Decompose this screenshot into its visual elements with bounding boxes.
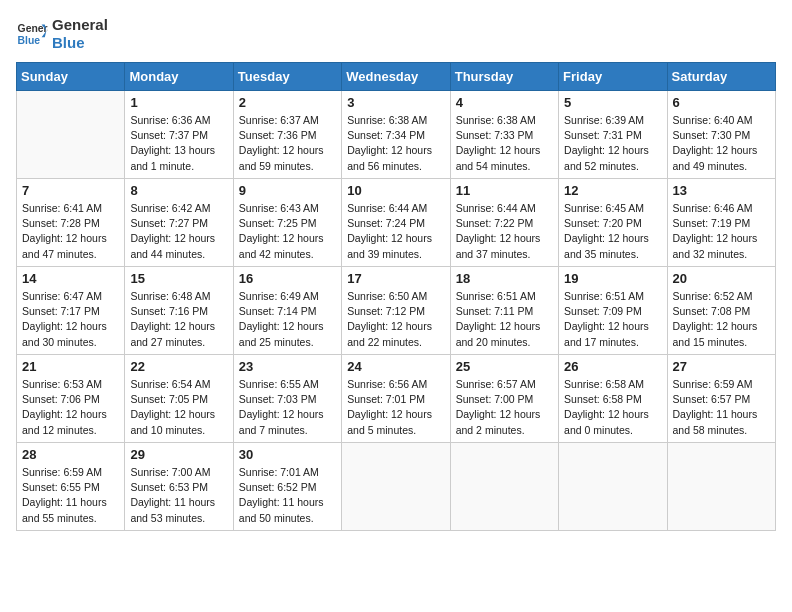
calendar-cell: 4Sunrise: 6:38 AM Sunset: 7:33 PM Daylig… (450, 91, 558, 179)
day-info: Sunrise: 7:01 AM Sunset: 6:52 PM Dayligh… (239, 465, 336, 526)
calendar-week-1: 1Sunrise: 6:36 AM Sunset: 7:37 PM Daylig… (17, 91, 776, 179)
day-number: 15 (130, 271, 227, 286)
calendar-cell: 13Sunrise: 6:46 AM Sunset: 7:19 PM Dayli… (667, 179, 775, 267)
calendar-cell: 25Sunrise: 6:57 AM Sunset: 7:00 PM Dayli… (450, 355, 558, 443)
day-info: Sunrise: 6:59 AM Sunset: 6:55 PM Dayligh… (22, 465, 119, 526)
calendar-cell: 26Sunrise: 6:58 AM Sunset: 6:58 PM Dayli… (559, 355, 667, 443)
day-info: Sunrise: 6:48 AM Sunset: 7:16 PM Dayligh… (130, 289, 227, 350)
logo: General Blue General Blue (16, 16, 108, 52)
day-info: Sunrise: 6:57 AM Sunset: 7:00 PM Dayligh… (456, 377, 553, 438)
day-number: 10 (347, 183, 444, 198)
calendar-cell: 28Sunrise: 6:59 AM Sunset: 6:55 PM Dayli… (17, 443, 125, 531)
calendar-cell: 18Sunrise: 6:51 AM Sunset: 7:11 PM Dayli… (450, 267, 558, 355)
day-number: 20 (673, 271, 770, 286)
day-number: 26 (564, 359, 661, 374)
day-number: 4 (456, 95, 553, 110)
calendar-cell (342, 443, 450, 531)
calendar-week-4: 21Sunrise: 6:53 AM Sunset: 7:06 PM Dayli… (17, 355, 776, 443)
day-info: Sunrise: 7:00 AM Sunset: 6:53 PM Dayligh… (130, 465, 227, 526)
calendar-cell: 12Sunrise: 6:45 AM Sunset: 7:20 PM Dayli… (559, 179, 667, 267)
day-number: 11 (456, 183, 553, 198)
day-info: Sunrise: 6:44 AM Sunset: 7:24 PM Dayligh… (347, 201, 444, 262)
calendar-cell: 11Sunrise: 6:44 AM Sunset: 7:22 PM Dayli… (450, 179, 558, 267)
day-info: Sunrise: 6:44 AM Sunset: 7:22 PM Dayligh… (456, 201, 553, 262)
day-number: 7 (22, 183, 119, 198)
day-number: 18 (456, 271, 553, 286)
day-info: Sunrise: 6:45 AM Sunset: 7:20 PM Dayligh… (564, 201, 661, 262)
day-info: Sunrise: 6:37 AM Sunset: 7:36 PM Dayligh… (239, 113, 336, 174)
day-info: Sunrise: 6:47 AM Sunset: 7:17 PM Dayligh… (22, 289, 119, 350)
calendar-cell: 16Sunrise: 6:49 AM Sunset: 7:14 PM Dayli… (233, 267, 341, 355)
calendar-cell: 8Sunrise: 6:42 AM Sunset: 7:27 PM Daylig… (125, 179, 233, 267)
calendar-cell: 20Sunrise: 6:52 AM Sunset: 7:08 PM Dayli… (667, 267, 775, 355)
calendar-cell: 9Sunrise: 6:43 AM Sunset: 7:25 PM Daylig… (233, 179, 341, 267)
calendar-cell (450, 443, 558, 531)
day-number: 23 (239, 359, 336, 374)
weekday-header-monday: Monday (125, 63, 233, 91)
day-number: 29 (130, 447, 227, 462)
day-number: 14 (22, 271, 119, 286)
weekday-header-tuesday: Tuesday (233, 63, 341, 91)
day-info: Sunrise: 6:36 AM Sunset: 7:37 PM Dayligh… (130, 113, 227, 174)
day-number: 12 (564, 183, 661, 198)
calendar-cell: 27Sunrise: 6:59 AM Sunset: 6:57 PM Dayli… (667, 355, 775, 443)
calendar-cell: 30Sunrise: 7:01 AM Sunset: 6:52 PM Dayli… (233, 443, 341, 531)
calendar-week-2: 7Sunrise: 6:41 AM Sunset: 7:28 PM Daylig… (17, 179, 776, 267)
calendar-cell: 5Sunrise: 6:39 AM Sunset: 7:31 PM Daylig… (559, 91, 667, 179)
calendar-cell: 17Sunrise: 6:50 AM Sunset: 7:12 PM Dayli… (342, 267, 450, 355)
calendar-cell: 14Sunrise: 6:47 AM Sunset: 7:17 PM Dayli… (17, 267, 125, 355)
calendar-cell (667, 443, 775, 531)
calendar-cell: 23Sunrise: 6:55 AM Sunset: 7:03 PM Dayli… (233, 355, 341, 443)
day-info: Sunrise: 6:49 AM Sunset: 7:14 PM Dayligh… (239, 289, 336, 350)
day-number: 28 (22, 447, 119, 462)
day-number: 19 (564, 271, 661, 286)
page-header: General Blue General Blue (16, 16, 776, 52)
day-number: 27 (673, 359, 770, 374)
weekday-header-friday: Friday (559, 63, 667, 91)
calendar-cell: 10Sunrise: 6:44 AM Sunset: 7:24 PM Dayli… (342, 179, 450, 267)
day-number: 1 (130, 95, 227, 110)
calendar-week-5: 28Sunrise: 6:59 AM Sunset: 6:55 PM Dayli… (17, 443, 776, 531)
day-info: Sunrise: 6:51 AM Sunset: 7:09 PM Dayligh… (564, 289, 661, 350)
weekday-header-sunday: Sunday (17, 63, 125, 91)
calendar-cell: 29Sunrise: 7:00 AM Sunset: 6:53 PM Dayli… (125, 443, 233, 531)
logo-icon: General Blue (16, 18, 48, 50)
day-info: Sunrise: 6:56 AM Sunset: 7:01 PM Dayligh… (347, 377, 444, 438)
calendar-cell (559, 443, 667, 531)
calendar-body: 1Sunrise: 6:36 AM Sunset: 7:37 PM Daylig… (17, 91, 776, 531)
calendar-week-3: 14Sunrise: 6:47 AM Sunset: 7:17 PM Dayli… (17, 267, 776, 355)
day-number: 5 (564, 95, 661, 110)
calendar-cell: 21Sunrise: 6:53 AM Sunset: 7:06 PM Dayli… (17, 355, 125, 443)
calendar-cell: 2Sunrise: 6:37 AM Sunset: 7:36 PM Daylig… (233, 91, 341, 179)
day-number: 21 (22, 359, 119, 374)
day-number: 9 (239, 183, 336, 198)
day-info: Sunrise: 6:51 AM Sunset: 7:11 PM Dayligh… (456, 289, 553, 350)
weekday-row: SundayMondayTuesdayWednesdayThursdayFrid… (17, 63, 776, 91)
day-info: Sunrise: 6:39 AM Sunset: 7:31 PM Dayligh… (564, 113, 661, 174)
day-number: 13 (673, 183, 770, 198)
day-info: Sunrise: 6:38 AM Sunset: 7:33 PM Dayligh… (456, 113, 553, 174)
calendar-cell: 22Sunrise: 6:54 AM Sunset: 7:05 PM Dayli… (125, 355, 233, 443)
calendar-cell: 15Sunrise: 6:48 AM Sunset: 7:16 PM Dayli… (125, 267, 233, 355)
day-info: Sunrise: 6:53 AM Sunset: 7:06 PM Dayligh… (22, 377, 119, 438)
calendar-cell: 1Sunrise: 6:36 AM Sunset: 7:37 PM Daylig… (125, 91, 233, 179)
logo-general: General (52, 16, 108, 34)
calendar-cell: 6Sunrise: 6:40 AM Sunset: 7:30 PM Daylig… (667, 91, 775, 179)
calendar-cell: 24Sunrise: 6:56 AM Sunset: 7:01 PM Dayli… (342, 355, 450, 443)
day-number: 3 (347, 95, 444, 110)
day-info: Sunrise: 6:54 AM Sunset: 7:05 PM Dayligh… (130, 377, 227, 438)
day-number: 30 (239, 447, 336, 462)
day-info: Sunrise: 6:40 AM Sunset: 7:30 PM Dayligh… (673, 113, 770, 174)
day-info: Sunrise: 6:43 AM Sunset: 7:25 PM Dayligh… (239, 201, 336, 262)
calendar-table: SundayMondayTuesdayWednesdayThursdayFrid… (16, 62, 776, 531)
day-number: 24 (347, 359, 444, 374)
day-info: Sunrise: 6:46 AM Sunset: 7:19 PM Dayligh… (673, 201, 770, 262)
logo-blue: Blue (52, 34, 108, 52)
day-number: 22 (130, 359, 227, 374)
day-info: Sunrise: 6:50 AM Sunset: 7:12 PM Dayligh… (347, 289, 444, 350)
calendar-cell (17, 91, 125, 179)
day-info: Sunrise: 6:41 AM Sunset: 7:28 PM Dayligh… (22, 201, 119, 262)
day-number: 2 (239, 95, 336, 110)
day-number: 16 (239, 271, 336, 286)
day-number: 6 (673, 95, 770, 110)
